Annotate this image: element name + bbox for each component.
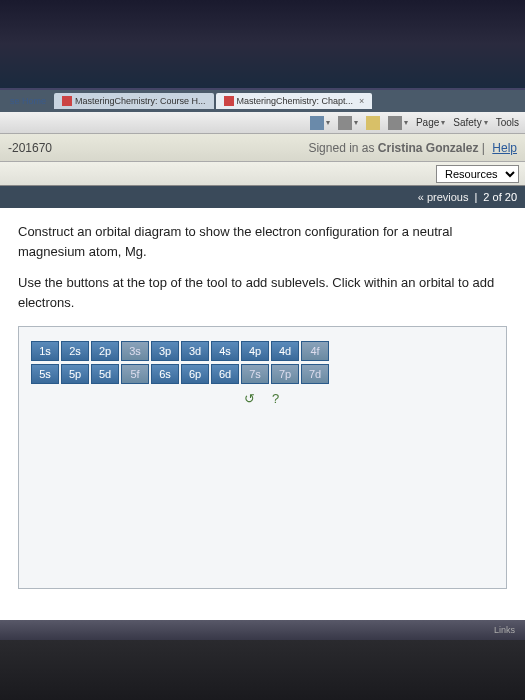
sublevel-6p[interactable]: 6p	[181, 364, 209, 384]
close-icon[interactable]: ×	[359, 96, 364, 106]
print-icon	[388, 116, 402, 130]
sublevel-5f[interactable]: 5f	[121, 364, 149, 384]
sublevel-2s[interactable]: 2s	[61, 341, 89, 361]
sublevel-3d[interactable]: 3d	[181, 341, 209, 361]
content-area: Construct an orbital diagram to show the…	[0, 208, 525, 603]
sublevel-5p[interactable]: 5p	[61, 364, 89, 384]
nav-sep: |	[475, 191, 478, 203]
signed-in-text: Signed in as Cristina Gonzalez | Help	[308, 141, 517, 155]
tools-menu[interactable]: Tools	[496, 117, 519, 128]
tab-course-home[interactable]: MasteringChemistry: Course H...	[54, 93, 214, 109]
instruction-text: Use the buttons at the top of the tool t…	[18, 273, 507, 312]
browser-tabs: se Home MasteringChemistry: Course H... …	[0, 90, 525, 112]
chevron-down-icon: ▾	[404, 118, 408, 127]
item-nav: « previous | 2 of 20	[0, 186, 525, 208]
sublevel-6d[interactable]: 6d	[211, 364, 239, 384]
chevron-down-icon: ▾	[354, 118, 358, 127]
home-tab-link[interactable]: se Home	[4, 93, 52, 109]
sublevel-row-1: 1s 2s 2p 3s 3p 3d 4s 4p 4d 4f	[31, 341, 494, 361]
resources-select[interactable]: Resources	[436, 165, 519, 183]
tab-label: MasteringChemistry: Chapt...	[237, 96, 354, 106]
sublevel-5d[interactable]: 5d	[91, 364, 119, 384]
help-icon[interactable]: ?	[267, 390, 285, 408]
orbital-tool: 1s 2s 2p 3s 3p 3d 4s 4p 4d 4f 5s 5p 5d 5…	[18, 326, 507, 589]
tab-label: MasteringChemistry: Course H...	[75, 96, 206, 106]
sublevel-4s[interactable]: 4s	[211, 341, 239, 361]
feeds-button[interactable]: ▾	[338, 116, 358, 130]
sublevel-3p[interactable]: 3p	[151, 341, 179, 361]
site-icon	[224, 96, 234, 106]
sublevel-3s[interactable]: 3s	[121, 341, 149, 361]
page-header: -201670 Signed in as Cristina Gonzalez |…	[0, 134, 525, 162]
course-id: -201670	[8, 141, 52, 155]
sublevel-4f[interactable]: 4f	[301, 341, 329, 361]
status-bar: Links	[0, 620, 525, 640]
sublevel-4d[interactable]: 4d	[271, 341, 299, 361]
reset-icon[interactable]: ↺	[241, 390, 259, 408]
sublevel-7s[interactable]: 7s	[241, 364, 269, 384]
tab-chapter[interactable]: MasteringChemistry: Chapt... ×	[216, 93, 373, 109]
home-button[interactable]: ▾	[310, 116, 330, 130]
ie-command-bar: ▾ ▾ ▾ Page▾ Safety▾ Tools	[0, 112, 525, 134]
site-icon	[62, 96, 72, 106]
safety-menu[interactable]: Safety▾	[453, 117, 487, 128]
previous-link[interactable]: « previous	[418, 191, 469, 203]
nav-position: 2 of 20	[483, 191, 517, 203]
sublevel-4p[interactable]: 4p	[241, 341, 269, 361]
tool-icons: ↺ ?	[31, 390, 494, 408]
links-label[interactable]: Links	[494, 625, 515, 635]
question-text: Construct an orbital diagram to show the…	[18, 222, 507, 261]
home-icon	[310, 116, 324, 130]
resources-row: Resources	[0, 162, 525, 186]
sublevel-2p[interactable]: 2p	[91, 341, 119, 361]
sublevel-5s[interactable]: 5s	[31, 364, 59, 384]
mail-button[interactable]	[366, 116, 380, 130]
help-link[interactable]: Help	[492, 141, 517, 155]
print-button[interactable]: ▾	[388, 116, 408, 130]
sublevel-7d[interactable]: 7d	[301, 364, 329, 384]
chevron-down-icon: ▾	[326, 118, 330, 127]
sublevel-7p[interactable]: 7p	[271, 364, 299, 384]
mail-icon	[366, 116, 380, 130]
sublevel-row-2: 5s 5p 5d 5f 6s 6p 6d 7s 7p 7d	[31, 364, 494, 384]
sublevel-6s[interactable]: 6s	[151, 364, 179, 384]
rss-icon	[338, 116, 352, 130]
page-menu[interactable]: Page▾	[416, 117, 445, 128]
sublevel-1s[interactable]: 1s	[31, 341, 59, 361]
header-sep: |	[482, 141, 488, 155]
